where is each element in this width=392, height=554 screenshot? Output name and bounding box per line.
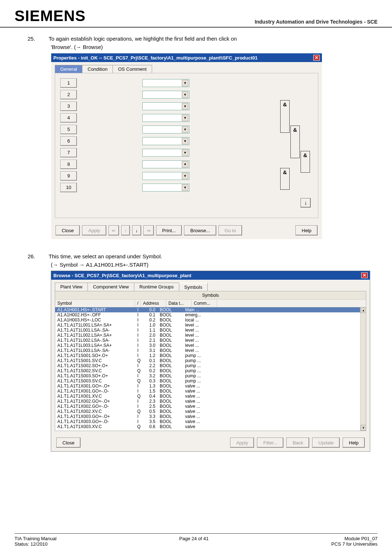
nav-left-button[interactable]: ⇐ [109, 225, 119, 235]
symbol-row[interactable]: A1.T1.A1T1L001.LSA-.SA-I1.1BOOLlevel ... [55, 328, 366, 333]
condition-dropdown[interactable]: ▼ [142, 114, 189, 122]
col-address[interactable]: Address [141, 300, 166, 307]
row-number-button[interactable]: 1 [60, 78, 77, 88]
symbol-row[interactable]: A1.T1.A1T1X001.XV.CQ0.4BOOLvalve ... [55, 394, 366, 399]
help-button[interactable]: Help [295, 225, 318, 235]
row-number-button[interactable]: 10 [60, 183, 77, 192]
and-gate-2[interactable]: & [290, 126, 300, 158]
symbols-list: A1.A1H001.HS+-.STARTI0.0BOOLMain ...A1.A… [55, 307, 366, 431]
col-data-type[interactable]: Data t... [166, 300, 192, 307]
browse-button[interactable]: Browse... [184, 225, 216, 235]
col-symbol[interactable]: Symbol [55, 300, 135, 307]
scrollbar[interactable]: ▴ ▾ [360, 307, 366, 431]
symbol-row[interactable]: A1.T1.A1T1X003.GO+-.O+I3.3BOOLvalve ... [55, 414, 366, 419]
symbol-row[interactable]: A1.T1.A1T1S001.SO+.O+I1.2BOOLpump ... [55, 353, 366, 358]
condition-dropdown[interactable]: ▼ [142, 102, 189, 110]
browse-back-button[interactable]: Back [286, 438, 309, 448]
properties-titlebar: Properties - init_OK -- SCE_PCS7_Prj\SCE… [51, 53, 322, 62]
symbol-row[interactable]: A1.T1.A1T1L001.LSA+.SA+I1.0BOOLlevel ... [55, 323, 366, 328]
col-sort[interactable]: / [135, 300, 141, 307]
tab-runtime-groups[interactable]: Runtime Groups [134, 283, 179, 291]
col-comment[interactable]: Comm... [192, 300, 217, 307]
page-footer: TIA Training Manual Status: 12/2010 Page… [15, 533, 377, 554]
browse-update-button[interactable]: Update [312, 438, 340, 448]
condition-row: 10▼ [60, 183, 313, 192]
symbol-row[interactable]: A1.T1.A1T1X002.GO+-.O+I2.3BOOLvalve ... [55, 399, 366, 404]
symbol-row[interactable]: A1.T1.A1T1L003.LSA-.SA-I3.1BOOLlevel ... [55, 348, 366, 353]
symbol-row[interactable]: A1.T1.A1T1X003.GO+-.O-I3.5BOOLvalve ... [55, 419, 366, 424]
tab-plant-view[interactable]: Plant View [55, 283, 88, 291]
browse-close-button[interactable]: Close [56, 438, 81, 448]
symbol-row[interactable]: A1.A1H003.HS+-.LOCI0.2BOOLlocal ... [55, 317, 366, 323]
browse-help-button[interactable]: Help [343, 438, 365, 448]
symbol-row[interactable]: A1.T1.A1T1X001.GO+-.O+I1.3BOOLvalve ... [55, 383, 366, 389]
print-button[interactable]: Print... [156, 225, 182, 235]
symbol-row[interactable]: A1.T1.A1T1S001.SV.CQ0.1BOOLpump ... [55, 358, 366, 363]
symbol-row[interactable]: A1.T1.A1T1L002.LSA-.SA-I2.1BOOLlevel ... [55, 338, 366, 343]
footer-right: Module P01_07 PCS 7 for Universities [331, 536, 377, 547]
row-number-button[interactable]: 8 [60, 160, 77, 169]
row-number-button[interactable]: 4 [60, 113, 77, 123]
tab-condition[interactable]: Condition [82, 65, 113, 73]
scroll-down-icon[interactable]: ▾ [360, 425, 366, 431]
symbol-row[interactable]: A1.A1H001.HS+-.STARTI0.0BOOLMain ... [55, 307, 366, 312]
symbol-row[interactable]: A1.T1.A1T1X001.GO+-.O-I1.5BOOLvalve ... [55, 389, 366, 394]
chevron-down-icon: ▼ [182, 184, 188, 191]
symbol-row[interactable]: A1.T1.A1T1S003.SV.CQ0.3BOOLpump ... [55, 378, 366, 383]
tab-component-view[interactable]: Component View [87, 283, 134, 291]
condition-row: 1▼ [60, 78, 313, 88]
nav-right-button[interactable]: ⇒ [143, 225, 154, 235]
properties-body: 1▼2▼3▼4▼5▼6▼7▼8▼9▼10▼ & & & & ↓ [55, 73, 318, 218]
nav-down-button[interactable]: ↓ [132, 225, 141, 235]
condition-dropdown[interactable]: ▼ [142, 79, 189, 87]
row-number-button[interactable]: 3 [60, 102, 77, 111]
chevron-down-icon: ▼ [182, 103, 188, 110]
step-25-sub: 'Browse'. (→ Browse) [51, 44, 370, 50]
condition-dropdown[interactable]: ▼ [142, 160, 189, 168]
row-number-button[interactable]: 7 [60, 148, 77, 157]
condition-dropdown[interactable]: ▼ [142, 91, 189, 99]
close-button[interactable]: Close [56, 225, 80, 235]
nav-up-button[interactable]: ↑ [121, 225, 130, 235]
symbol-row[interactable]: A1.T1.A1T1X003.XV.CQ0.6BOOLvalve [55, 424, 366, 429]
symbol-row[interactable]: A1.T1.A1T1X002.XV.CQ0.5BOOLvalve ... [55, 409, 366, 414]
chevron-down-icon: ▼ [182, 91, 188, 98]
tab-symbols[interactable]: Symbols [179, 283, 208, 291]
tab-general[interactable]: General [55, 65, 82, 73]
row-number-button[interactable]: 5 [60, 125, 77, 134]
and-gate-4[interactable]: & [280, 168, 290, 190]
apply-button[interactable]: Apply [82, 225, 106, 235]
close-icon[interactable]: ✕ [361, 272, 368, 278]
chevron-down-icon: ▼ [182, 80, 188, 86]
condition-dropdown[interactable]: ▼ [142, 137, 189, 145]
and-gate-1[interactable]: & [280, 100, 290, 133]
symbol-row[interactable]: A1.T1.A1T1X002.GO+-.O-I2.5BOOLvalve ... [55, 404, 366, 409]
down-arrow-button[interactable]: ↓ [301, 198, 311, 208]
condition-dropdown[interactable]: ▼ [142, 149, 189, 157]
row-number-button[interactable]: 9 [60, 171, 77, 181]
symbol-row[interactable]: A1.A1H002.HS+-.OFFI0.1BOOLemerg... [55, 312, 366, 317]
condition-dropdown[interactable]: ▼ [142, 172, 189, 180]
row-number-button[interactable]: 2 [60, 90, 77, 99]
symbol-row[interactable]: A1.T1.A1T1S002.SV.CQ0.2BOOLpump ... [55, 368, 366, 373]
browse-filter-button[interactable]: Filter... [257, 438, 283, 448]
scroll-up-icon[interactable]: ▴ [360, 307, 366, 313]
symbol-row[interactable]: A1.T1.A1T1S003.SO+.O+I3.2BOOLpump ... [55, 373, 366, 378]
close-icon[interactable]: ✕ [313, 55, 320, 61]
chevron-down-icon: ▼ [182, 126, 188, 133]
tab-os-comment[interactable]: OS Comment [113, 65, 152, 73]
chevron-down-icon: ▼ [182, 138, 188, 144]
condition-dropdown[interactable]: ▼ [142, 184, 189, 192]
symbol-row[interactable]: A1.T1.A1T1L003.LSA+.SA+I3.0BOOLlevel ... [55, 343, 366, 348]
symbol-row[interactable]: A1.T1.A1T1L002.LSA+.SA+I2.0BOOLlevel ... [55, 333, 366, 338]
browse-apply-button[interactable]: Apply [230, 438, 254, 448]
goto-button[interactable]: Go to [219, 225, 242, 235]
siemens-logo: SIEMENS [15, 7, 86, 25]
properties-tabs: General Condition OS Comment [51, 62, 322, 73]
symbol-row[interactable]: A1.T1.A1T1S002.SO+.O+I2.2BOOLpump ... [55, 363, 366, 368]
and-gate-3[interactable]: & [301, 151, 310, 173]
row-number-button[interactable]: 6 [60, 136, 77, 146]
step-25: 25.To again establish logic operations, … [36, 36, 370, 42]
symbols-group-label: Symbols [55, 291, 366, 300]
condition-dropdown[interactable]: ▼ [142, 126, 189, 134]
